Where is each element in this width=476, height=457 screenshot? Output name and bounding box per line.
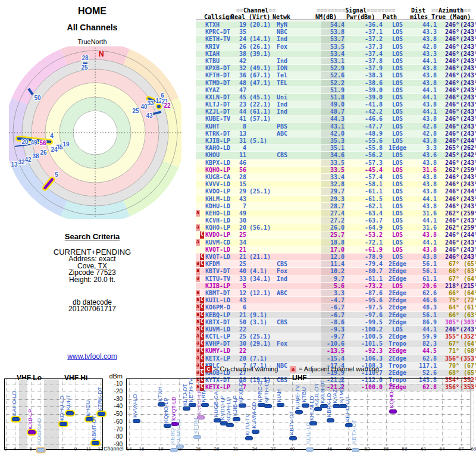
signal-marker [239, 403, 246, 408]
adjacent-channel-legend: = Adjacent channel warning [299, 365, 379, 373]
adjacent-warning-badge [196, 123, 200, 130]
cell-ma: (243°) [459, 239, 476, 246]
co-channel-warning-badge [200, 80, 204, 86]
co-channel-warning-badge [200, 108, 204, 115]
cell-cs: KHOU [204, 152, 231, 158]
signal-marker [295, 410, 303, 414]
signal-marker [197, 415, 205, 420]
radar-channel-label: 25 [132, 108, 139, 114]
table-row: KUHT8PBS43.1-47.7LOS42.8246°(243°) [196, 123, 474, 130]
table-row: KTRK-DT13ABC42.0-48.9LOS42.8246°(243°) [196, 130, 474, 137]
cell-pa: LOS [383, 152, 412, 158]
cell-re: 26 [231, 43, 246, 50]
signal-marker-label: KBTV-DT [289, 411, 295, 435]
tvfool-link[interactable]: www.tvfool.com [12, 352, 173, 361]
adjacent-warning-badge [196, 137, 200, 144]
cell-pw: -36.4 [345, 21, 383, 28]
cell-ma: (68°) [459, 348, 476, 354]
cell-pw: -61.9 [345, 246, 383, 253]
cell-re: 35 [231, 29, 246, 35]
truenorth-label: TrueNorth [12, 38, 173, 45]
co-channel-warning-badge: C [200, 333, 204, 340]
cell-re: 21 [231, 246, 246, 253]
cell-pa: LOS [383, 87, 412, 93]
adjacent-warning-badge [196, 181, 200, 187]
cell-pw: -37.4 [345, 51, 383, 57]
co-channel-warning-badge: C [200, 348, 204, 354]
cell-cs: KUVM-CD [204, 239, 231, 246]
table-row: aKQHO-LP20(56.1)26.0-64.9LOS31.6262°(259… [196, 224, 474, 231]
cell-ne [273, 348, 298, 354]
cell-ne [273, 326, 298, 333]
cell-pw: -37.9 [345, 65, 383, 71]
cell-pa: LOS [383, 231, 412, 238]
table-row: aCKVHP-DT30(29.1)Fox-10.6-101.5Tropo82.3… [196, 340, 474, 348]
co-channel-warning-badge [200, 58, 204, 64]
cell-ma: (243°) [459, 72, 476, 79]
cell-re: 7 [231, 203, 246, 209]
signal-marker [245, 436, 253, 440]
signal-marker [176, 445, 184, 449]
y-tick-label: -50 [106, 411, 123, 417]
cell-di: 43.8 [412, 36, 437, 42]
cell-nm: 27.2 [298, 217, 345, 224]
cell-ma: (243°) [459, 36, 476, 42]
signal-marker [193, 435, 201, 439]
cell-vi [246, 152, 273, 158]
cell-di: 117.1 [412, 362, 437, 369]
cell-ne [273, 51, 298, 57]
cell-cs: KBPX-LD [204, 159, 231, 166]
cell-ne: ION [273, 65, 298, 71]
table-row: KTXH19(20.1)MyN54.4-36.4LOS44.1246°(243°… [196, 21, 474, 29]
co-channel-legend: = Co-channel warning [214, 365, 278, 373]
cell-re: 34 [231, 239, 246, 246]
cell-cs: KUMY-LD [204, 348, 231, 354]
cell-ne [273, 196, 298, 202]
cell-vi: (57.1) [246, 115, 273, 122]
co-channel-warning-badge [200, 174, 204, 180]
cell-pa: LOS [383, 203, 412, 209]
cell-vi [246, 58, 273, 64]
table-row: KRIV26(26.1)Fox53.5-37.3LOS42.8246°(243°… [196, 43, 474, 51]
signal-marker [133, 419, 140, 423]
cell-cs: KTBU [204, 58, 231, 64]
signal-marker [327, 418, 334, 422]
adjacent-warning-badge [196, 58, 200, 64]
cell-pw: -37.1 [345, 29, 383, 35]
cell-pw: -62.1 [345, 203, 383, 209]
cell-tr: 246° [437, 51, 459, 57]
cell-ne [273, 283, 298, 289]
cell-nm: 44.3 [298, 115, 345, 122]
cell-nm: 53.1 [298, 58, 345, 64]
cell-nm: 3.3 [298, 290, 345, 296]
cell-tr: 71° [437, 348, 459, 354]
cell-tr: 66° [437, 268, 459, 274]
cell-re: 44 [231, 108, 246, 115]
cell-cs: KYAZ [204, 87, 231, 93]
cell-nm: 49.0 [298, 101, 345, 108]
signal-marker-label: KFTH-DT [264, 378, 270, 403]
cell-nm: 53.5 [298, 43, 345, 50]
cell-pa: LOS [383, 181, 412, 187]
cell-di: 43.8 [412, 159, 437, 166]
cell-nm: 48.7 [298, 108, 345, 115]
cell-pw: -97.5 [345, 304, 383, 311]
signal-marker-label: KVDO-LP [220, 395, 226, 420]
table-row: aCKEBQ-LP21(9.1)-6.7-97.62Edge56.166°(63… [196, 312, 474, 319]
cell-cs: KPXB-DT [204, 65, 231, 71]
cell-nm: 52.9 [298, 65, 345, 71]
cell-pw: -37.2 [345, 36, 383, 42]
cell-ma: (72°) [459, 297, 476, 303]
signal-marker [66, 411, 74, 415]
adjacent-warning-badge [196, 231, 200, 238]
cell-cs: KZJL-DT [204, 108, 231, 115]
cell-pa: LOS [383, 174, 412, 180]
cell-re: 8 [231, 123, 246, 130]
cell-re: 6 [231, 304, 246, 311]
cell-vi [246, 174, 273, 180]
signal-marker [309, 421, 317, 425]
co-channel-warning-badge [200, 224, 204, 231]
cell-ma: (243°) [459, 43, 476, 50]
cell-pw: -72.1 [345, 239, 383, 246]
cell-tr: 246° [437, 65, 459, 71]
